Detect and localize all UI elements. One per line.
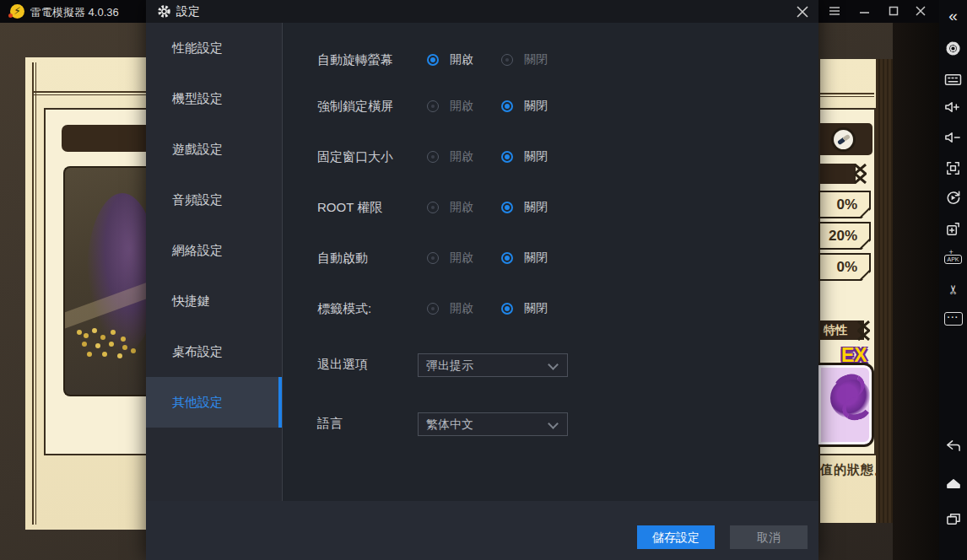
nav-home-icon[interactable] [939,470,967,495]
dialog-footer: 儲存設定 取消 [146,501,818,560]
ribbon-band [820,164,856,184]
sidebar-item-wallpaper[interactable]: 桌布設定 [146,326,282,377]
setting-label: 退出選項 [317,357,368,373]
maximize-icon[interactable] [884,3,903,19]
setting-label: 自動旋轉螢幕 [317,52,393,68]
radio-icon [501,303,513,315]
character-hair [87,193,146,353]
setting-label: 強制鎖定橫屏 [317,99,393,115]
stat-box: 0% [818,253,871,281]
radio-off[interactable]: 關閉 [501,52,548,67]
settings-content: 自動旋轉螢幕 開啟 關閉 強制鎖定橫屏 開啟 關閉 固定窗口大小 開啟 關閉 R… [283,23,818,501]
settings-sidebar: 性能設定 機型設定 遊戲設定 音頻設定 網絡設定 快捷鍵 桌布設定 其他設定 [146,23,282,501]
radio-icon [427,303,439,315]
radio-icon [501,202,513,213]
setting-row-root-permission: ROOT 權限 開啟 關閉 [283,197,818,220]
window-title: 雷電模擬器 4.0.36 [30,5,119,20]
minimize-icon[interactable] [855,3,873,19]
sidebar-item-audio[interactable]: 音頻設定 [146,175,282,225]
setting-row-auto-start: 自動啟動 開啟 關閉 [283,247,818,271]
menu-icon[interactable] [825,3,844,19]
radio-on[interactable]: 開啟 [427,250,473,266]
keyboard-icon[interactable] [939,67,967,92]
screenshot-scissors-icon[interactable]: ✂ [941,276,966,304]
stat-box: 20% [818,222,871,250]
radio-icon [501,54,513,66]
dialog-header: 設定 [146,0,818,23]
ribbon-end-icon [854,164,867,184]
radio-icon [427,54,439,66]
new-window-icon[interactable] [939,216,967,241]
radio-off[interactable]: 關閉 [501,99,548,114]
setting-row-auto-rotate: 自動旋轉螢幕 開啟 關閉 [283,49,818,73]
game-name-banner [62,125,146,152]
install-apk-icon[interactable]: +APK [939,246,967,272]
radio-off[interactable]: 關閉 [501,250,548,266]
setting-row-language: 語言 繁体中文 [283,412,818,436]
setting-label: 標籤模式: [317,301,371,317]
dialog-title: 設定 [176,4,200,19]
radio-on[interactable]: 開啟 [427,149,473,164]
screen: ⚡ 雷電模擬器 4.0.36 0% 20% 0% 特性 EX 值的狀態。 [0,0,967,560]
ribbon-end-icon [857,320,870,341]
card-border-line [32,91,146,95]
volume-up-icon[interactable] [939,94,967,120]
gear-icon [157,4,171,19]
collapse-toolbar-icon[interactable]: « [939,3,967,29]
radio-off[interactable]: 關閉 [501,149,548,164]
setting-label: 自動啟動 [317,250,368,267]
setting-row-tab-mode: 標籤模式: 開啟 關閉 [283,298,818,321]
radio-on[interactable]: 開啟 [427,99,473,114]
more-options-icon[interactable]: ··· [939,306,967,331]
radio-icon [427,100,439,112]
ldplayer-logo-icon: ⚡ [10,4,24,19]
settings-dialog: 設定 性能設定 機型設定 遊戲設定 音頻設定 網絡設定 快捷鍵 桌布設定 其他設… [146,0,818,560]
radio-icon [427,151,439,163]
nav-back-icon[interactable] [939,433,967,458]
setting-label: 語言 [317,416,343,432]
settings-gear-icon[interactable] [939,35,967,61]
setting-label: ROOT 權限 [317,200,382,216]
card-border-line [32,62,36,525]
nav-recents-icon[interactable] [939,506,967,531]
sidebar-item-other[interactable]: 其他設定 [146,377,282,428]
save-settings-button[interactable]: 儲存設定 [637,525,715,549]
radio-off[interactable]: 關閉 [501,200,548,215]
fullscreen-icon[interactable] [939,155,967,180]
close-dialog-icon[interactable] [796,5,809,19]
radio-on[interactable]: 開啟 [427,301,473,316]
sidebar-item-performance[interactable]: 性能設定 [146,23,282,73]
sidebar-item-network[interactable]: 網絡設定 [146,225,282,276]
volume-down-icon[interactable] [939,125,967,150]
radio-icon [501,100,513,112]
rotate-screen-icon[interactable] [939,185,967,210]
emulator-toolbar: « +APK ✂ ··· [939,0,967,560]
parchment-edge [876,59,893,523]
close-window-icon[interactable] [911,3,930,19]
radio-icon [501,151,513,163]
sidebar-item-shortcuts[interactable]: 快捷鍵 [146,276,282,326]
setting-row-fixed-window-size: 固定窗口大小 開啟 關閉 [283,146,818,170]
setting-label: 固定窗口大小 [317,149,393,165]
gold-coins [77,330,82,335]
more-glyph: ··· [944,312,963,326]
background-shadow [893,23,939,560]
radio-icon [427,202,439,213]
sidebar-item-game[interactable]: 遊戲設定 [146,124,282,175]
stat-box: 0% [818,191,871,218]
radio-on[interactable]: 開啟 [427,52,473,67]
apk-label: APK [947,256,959,262]
setting-row-force-landscape: 強制鎖定橫屏 開啟 關閉 [283,95,818,119]
card-border-line [820,93,874,97]
radio-on[interactable]: 開啟 [427,200,473,215]
plus-glyph: + [948,249,953,256]
radio-off[interactable]: 關閉 [501,301,548,316]
sidebar-item-device-model[interactable]: 機型設定 [146,73,282,124]
setting-row-exit-option: 退出選項 彈出提示 [283,353,818,377]
radio-icon [427,252,439,264]
exit-option-select[interactable]: 彈出提示 [418,353,568,377]
cancel-button[interactable]: 取消 [730,525,808,549]
radio-icon [501,252,513,264]
language-select[interactable]: 繁体中文 [418,412,568,436]
skill-swirl-icon [830,378,871,418]
